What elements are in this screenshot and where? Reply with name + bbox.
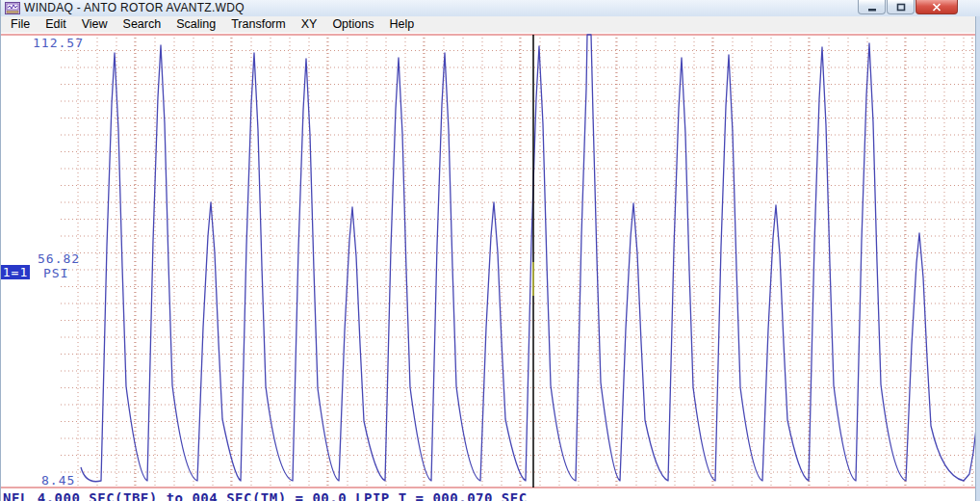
window-title: WINDAQ - ANTO ROTOR AVANTZ.WDQ xyxy=(24,1,245,14)
menu-search[interactable]: Search xyxy=(116,16,169,33)
menu-help[interactable]: Help xyxy=(381,16,422,33)
window-right-border xyxy=(975,16,980,501)
y-axis-unit-label: PSI xyxy=(43,266,68,280)
status-text: NEL 4.000 SEC(TBF) to 004 SEC(TM) = 00.0… xyxy=(3,490,528,501)
minimize-button[interactable] xyxy=(858,0,886,14)
title-bar: WINDAQ - ANTO ROTOR AVANTZ.WDQ xyxy=(1,0,980,17)
close-icon xyxy=(932,3,941,12)
status-bar: NEL 4.000 SEC(TBF) to 004 SEC(TM) = 00.0… xyxy=(1,488,977,501)
maximize-button[interactable] xyxy=(887,0,915,14)
y-axis-bottom-label: 8.45 xyxy=(41,473,75,488)
menu-edit[interactable]: Edit xyxy=(38,16,74,33)
window-controls xyxy=(857,0,958,14)
maximize-icon xyxy=(896,3,906,12)
menu-xy[interactable]: XY xyxy=(294,16,325,33)
close-button[interactable] xyxy=(916,0,958,14)
waveform-chart[interactable]: 112.57 56.82 1=1 PSI 8.45 xyxy=(1,33,977,489)
y-axis-mid-label: 56.82 xyxy=(38,251,80,266)
menu-options[interactable]: Options xyxy=(324,16,381,33)
windaq-window: WINDAQ - ANTO ROTOR AVANTZ.WDQ File Edit xyxy=(0,0,980,501)
menu-bar: File Edit View Search Scaling Transform … xyxy=(1,16,980,33)
menu-view[interactable]: View xyxy=(74,16,116,33)
waveform-canvas[interactable] xyxy=(1,33,977,489)
minimize-icon xyxy=(867,3,877,12)
menu-file[interactable]: File xyxy=(3,16,38,33)
menu-transform[interactable]: Transform xyxy=(223,16,294,33)
y-axis-top-label: 112.57 xyxy=(33,36,84,50)
channel-badge[interactable]: 1=1 xyxy=(1,265,30,279)
pressure-trace xyxy=(81,35,977,482)
menu-scaling[interactable]: Scaling xyxy=(168,16,223,33)
windaq-app-icon xyxy=(5,2,20,14)
